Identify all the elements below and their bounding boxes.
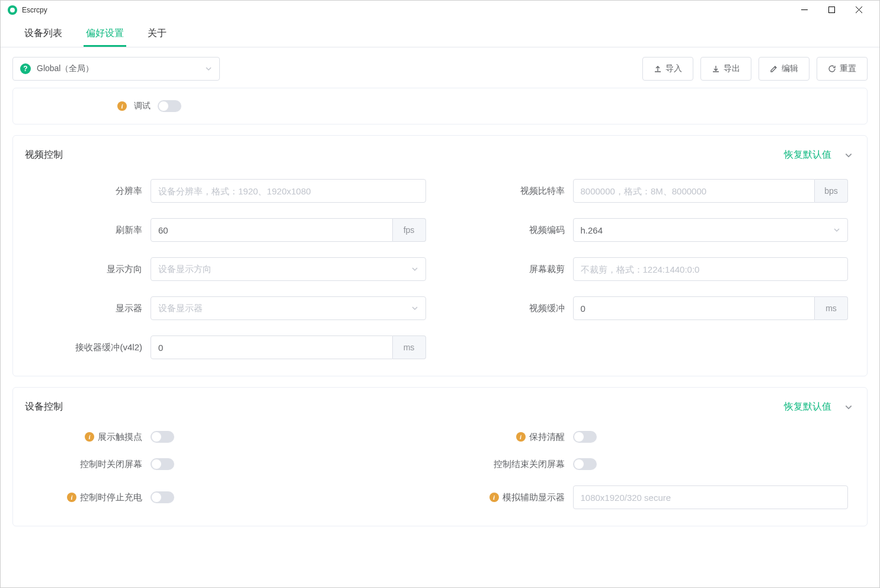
info-icon: i [516, 432, 526, 442]
device-restore-default[interactable]: 恢复默认值 [784, 401, 831, 413]
stop-charging-row: i 控制时停止充电 [32, 485, 426, 509]
minimize-icon [801, 9, 808, 10]
codec-row: 视频编码 h.264 [455, 218, 849, 242]
video-control-card: 视频控制 恢复默认值 分辨率 视频比特率 bps 刷新率 [12, 135, 868, 376]
reset-icon [828, 65, 836, 73]
export-label: 导出 [724, 63, 740, 74]
debug-toggle[interactable] [158, 100, 181, 112]
receiver-buffer-unit: ms [393, 335, 426, 359]
info-icon: i [67, 493, 76, 502]
crop-label: 屏幕裁剪 [455, 264, 573, 275]
edit-icon [770, 65, 778, 73]
display-select[interactable]: 设备显示器 [151, 296, 426, 320]
edit-button[interactable]: 编辑 [759, 57, 809, 81]
refresh-rate-input[interactable] [151, 218, 393, 242]
receiver-buffer-label: 接收器缓冲(v4l2) [32, 342, 151, 353]
bitrate-input[interactable] [573, 179, 815, 203]
orientation-placeholder: 设备显示方向 [158, 264, 212, 275]
turn-off-end-row: 控制结束关闭屏幕 [455, 458, 849, 470]
close-button[interactable] [845, 1, 872, 19]
crop-input[interactable] [573, 257, 849, 281]
device-control-title: 设备控制 [25, 401, 63, 413]
titlebar: Escrcpy [1, 1, 879, 20]
codec-select[interactable]: h.264 [573, 218, 849, 242]
minimize-button[interactable] [791, 1, 818, 19]
display-row: 显示器 设备显示器 [32, 296, 426, 320]
virtual-display-row: i 模拟辅助显示器 [455, 485, 849, 509]
turn-off-end-label: 控制结束关闭屏幕 [455, 459, 573, 470]
codec-label: 视频编码 [455, 225, 573, 236]
orientation-row: 显示方向 设备显示方向 [32, 257, 426, 281]
maximize-button[interactable] [818, 1, 845, 19]
bitrate-row: 视频比特率 bps [455, 179, 849, 203]
bitrate-label: 视频比特率 [455, 186, 573, 197]
orientation-select[interactable]: 设备显示方向 [151, 257, 426, 281]
stay-awake-row: i 保持清醒 [455, 431, 849, 443]
bitrate-unit: bps [815, 179, 848, 203]
chevron-down-icon[interactable] [844, 151, 853, 159]
svg-rect-1 [828, 7, 834, 13]
chevron-down-icon [833, 226, 840, 234]
import-label: 导入 [665, 63, 682, 74]
video-buffer-unit: ms [815, 296, 848, 320]
resolution-input[interactable] [151, 179, 426, 203]
stop-charging-toggle[interactable] [151, 491, 174, 503]
turn-off-control-row: 控制时关闭屏幕 [32, 458, 426, 470]
chevron-down-icon [411, 266, 418, 273]
refresh-rate-row: 刷新率 fps [32, 218, 426, 242]
svg-rect-0 [801, 9, 808, 10]
video-restore-default[interactable]: 恢复默认值 [784, 149, 831, 161]
maximize-icon [828, 7, 835, 13]
display-placeholder: 设备显示器 [158, 303, 203, 314]
tab-devices[interactable]: 设备列表 [12, 20, 74, 47]
action-bar: ? Global（全局） 导入 导出 编辑 重置 [1, 47, 879, 85]
edit-label: 编辑 [782, 63, 798, 74]
video-buffer-row: 视频缓冲 ms [455, 296, 849, 320]
virtual-display-input[interactable] [573, 485, 849, 509]
main-tabs: 设备列表 偏好设置 关于 [1, 20, 879, 47]
crop-row: 屏幕裁剪 [455, 257, 849, 281]
chevron-down-icon[interactable] [844, 403, 853, 411]
info-icon: i [85, 432, 94, 442]
import-button[interactable]: 导入 [642, 57, 693, 81]
help-icon: ? [20, 63, 31, 74]
refresh-rate-unit: fps [393, 218, 426, 242]
export-button[interactable]: 导出 [700, 57, 751, 81]
show-touches-label: i 展示触摸点 [32, 432, 151, 443]
turn-off-control-label: 控制时关闭屏幕 [32, 459, 151, 470]
stop-charging-label: i 控制时停止充电 [32, 492, 151, 503]
resolution-row: 分辨率 [32, 179, 426, 203]
debug-label: 调试 [134, 101, 151, 111]
info-icon: i [117, 101, 127, 111]
video-control-title: 视频控制 [25, 149, 63, 161]
debug-card: i 调试 [12, 88, 868, 124]
virtual-display-label: i 模拟辅助显示器 [455, 492, 573, 503]
upload-icon [654, 65, 662, 73]
video-buffer-label: 视频缓冲 [455, 303, 573, 314]
download-icon [712, 65, 720, 73]
display-label: 显示器 [32, 303, 151, 314]
stay-awake-label: i 保持清醒 [455, 432, 573, 443]
app-icon [8, 5, 17, 15]
receiver-buffer-row: 接收器缓冲(v4l2) ms [32, 335, 426, 359]
receiver-buffer-input[interactable] [151, 335, 393, 359]
window-title: Escrcpy [22, 6, 47, 14]
show-touches-row: i 展示触摸点 [32, 431, 426, 443]
reset-button[interactable]: 重置 [817, 57, 868, 81]
chevron-down-icon [411, 305, 418, 312]
tab-about[interactable]: 关于 [136, 20, 178, 47]
turn-off-end-toggle[interactable] [573, 458, 597, 470]
show-touches-toggle[interactable] [151, 431, 174, 443]
turn-off-control-toggle[interactable] [151, 458, 174, 470]
info-icon: i [489, 493, 499, 502]
refresh-rate-label: 刷新率 [32, 225, 151, 236]
scope-label: Global（全局） [37, 63, 94, 74]
codec-value: h.264 [581, 225, 603, 235]
video-buffer-input[interactable] [573, 296, 815, 320]
scope-select[interactable]: ? Global（全局） [12, 57, 220, 81]
content-area: i 调试 视频控制 恢复默认值 分辨率 视频比特率 [1, 85, 879, 587]
chevron-down-icon [205, 65, 212, 72]
stay-awake-toggle[interactable] [573, 431, 597, 443]
resolution-label: 分辨率 [32, 186, 151, 197]
tab-preferences[interactable]: 偏好设置 [74, 20, 136, 47]
